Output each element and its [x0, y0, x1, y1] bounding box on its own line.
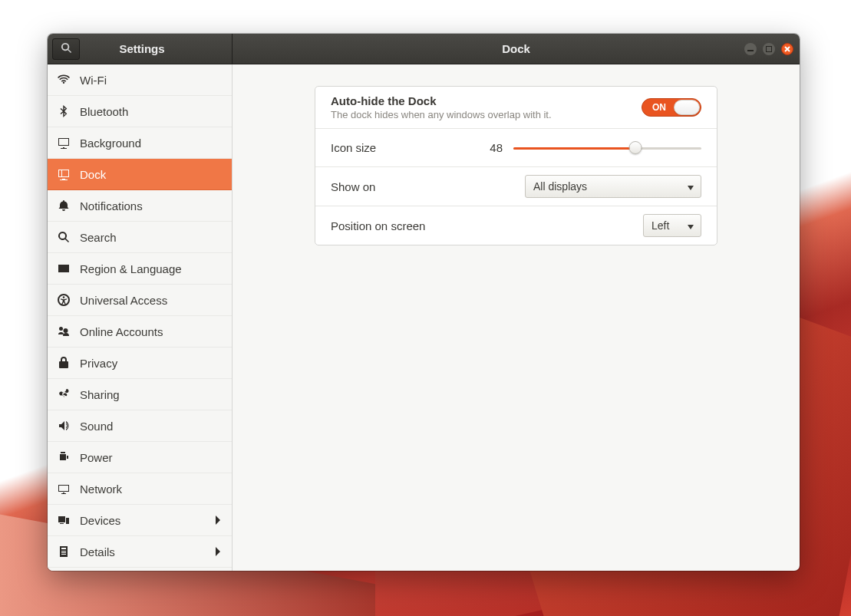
toggle-knob: [674, 100, 700, 115]
sidebar-item-power[interactable]: Power: [48, 442, 232, 473]
network-icon: [57, 483, 71, 495]
background-icon: [57, 137, 71, 149]
sidebar-item-label: Universal Access: [80, 294, 167, 307]
content-area: Auto-hide the Dock The dock hides when a…: [233, 64, 800, 571]
search-icon: [57, 231, 71, 243]
wifi-icon: [57, 74, 71, 86]
online-accounts-icon: [57, 325, 71, 338]
sidebar-item-bluetooth[interactable]: Bluetooth: [48, 96, 232, 127]
universal-access-icon: [57, 294, 71, 306]
sidebar-item-label: Sound: [80, 420, 113, 433]
notifications-icon: [57, 199, 71, 212]
position-dropdown[interactable]: Left: [643, 214, 701, 237]
region-icon: [57, 262, 71, 275]
minimize-button[interactable]: [744, 43, 757, 55]
autohide-toggle[interactable]: ON: [642, 98, 701, 117]
row-icon-size: Icon size 48: [315, 129, 717, 167]
sidebar-item-dock[interactable]: Dock: [48, 159, 232, 190]
sound-icon: [57, 420, 71, 432]
slider-handle[interactable]: [629, 141, 642, 154]
sidebar-item-online[interactable]: Online Accounts: [48, 316, 232, 348]
sidebar-item-search[interactable]: Search: [48, 222, 232, 253]
chevron-right-icon: [215, 514, 221, 527]
sharing-icon: [57, 388, 71, 400]
autohide-subtitle: The dock hides when any windows overlap …: [331, 109, 642, 120]
sidebar-item-label: Dock: [80, 168, 106, 181]
sidebar-item-details[interactable]: Details: [48, 536, 232, 568]
row-show-on: Show on All displays: [315, 167, 717, 206]
header-right: Dock: [233, 34, 800, 64]
maximize-button[interactable]: [763, 43, 775, 55]
chevron-down-icon: [688, 180, 694, 193]
sidebar-item-notifications[interactable]: Notifications: [48, 190, 232, 222]
sidebar-item-sound[interactable]: Sound: [48, 410, 232, 442]
autohide-title: Auto-hide the Dock: [331, 94, 642, 107]
sidebar-item-devices[interactable]: Devices: [48, 505, 232, 536]
sidebar-item-label: Region & Language: [80, 262, 182, 275]
sidebar-item-label: Devices: [80, 514, 120, 527]
sidebar-item-label: Bluetooth: [80, 105, 128, 118]
chevron-right-icon: [215, 545, 221, 558]
sidebar-item-label: Details: [80, 545, 115, 558]
settings-sidebar: Wi-Fi Bluetooth Background Dock: [48, 64, 233, 571]
sidebar-item-region[interactable]: Region & Language: [48, 253, 232, 285]
icon-size-label: Icon size: [331, 141, 484, 154]
toggle-state-label: ON: [652, 102, 666, 113]
dropdown-value: All displays: [533, 180, 587, 193]
sidebar-item-label: Notifications: [80, 199, 143, 212]
sidebar-item-label: Privacy: [80, 357, 117, 370]
close-button[interactable]: [781, 43, 793, 55]
header-left: Settings: [48, 34, 233, 64]
sidebar-item-label: Wi-Fi: [80, 74, 107, 87]
devices-icon: [57, 514, 71, 526]
svg-rect-0: [747, 50, 754, 51]
svg-rect-1: [766, 46, 772, 52]
position-label: Position on screen: [331, 219, 643, 232]
privacy-icon: [57, 357, 71, 369]
header-bar: Settings Dock: [48, 34, 800, 64]
dock-icon: [57, 168, 71, 180]
chevron-down-icon: [688, 219, 694, 232]
slider-fill: [513, 147, 635, 150]
dropdown-value: Left: [651, 219, 669, 232]
page-title: Dock: [502, 42, 530, 55]
power-icon: [57, 451, 71, 463]
show-on-dropdown[interactable]: All displays: [525, 175, 701, 198]
sidebar-item-label: Network: [80, 483, 122, 496]
details-icon: [57, 545, 71, 558]
icon-size-slider[interactable]: [513, 142, 701, 154]
sidebar-item-label: Online Accounts: [80, 325, 163, 338]
sidebar-item-label: Background: [80, 137, 141, 150]
sidebar-item-label: Power: [80, 451, 113, 464]
row-position: Position on screen Left: [315, 206, 717, 245]
search-icon: [61, 42, 72, 56]
sidebar-item-sharing[interactable]: Sharing: [48, 379, 232, 410]
sidebar-item-label: Sharing: [80, 388, 120, 401]
sidebar-item-wifi[interactable]: Wi-Fi: [48, 64, 232, 96]
sidebar-item-background[interactable]: Background: [48, 127, 232, 159]
header-settings-title: Settings: [80, 42, 232, 55]
row-autohide: Auto-hide the Dock The dock hides when a…: [315, 87, 717, 129]
bluetooth-icon: [57, 105, 71, 117]
show-on-label: Show on: [331, 180, 525, 193]
icon-size-value: 48: [487, 141, 503, 154]
sidebar-item-privacy[interactable]: Privacy: [48, 348, 232, 379]
sidebar-item-universal[interactable]: Universal Access: [48, 285, 232, 316]
sidebar-item-network[interactable]: Network: [48, 473, 232, 505]
settings-window: Settings Dock Wi: [48, 34, 800, 571]
dock-settings-panel: Auto-hide the Dock The dock hides when a…: [315, 86, 717, 245]
sidebar-item-label: Search: [80, 231, 117, 244]
search-button[interactable]: [52, 38, 80, 60]
